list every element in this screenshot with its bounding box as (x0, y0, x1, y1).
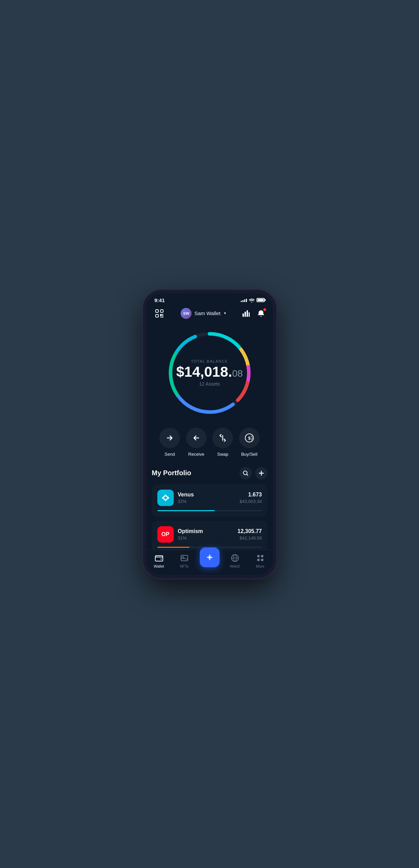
battery-fill (258, 299, 264, 301)
optimism-logo: OP (157, 526, 174, 543)
optimism-values: 12,305.77 $42,149.56 (237, 528, 262, 541)
receive-action[interactable]: Receive (186, 428, 207, 457)
nav-item-center[interactable] (199, 554, 220, 567)
balance-cents: 08 (232, 368, 243, 379)
venus-name: Venus (178, 492, 236, 498)
svg-rect-3 (243, 313, 244, 317)
buysell-action[interactable]: $ Buy/Sell (239, 428, 260, 457)
signal-bar-3 (244, 299, 245, 302)
svg-rect-1 (160, 310, 163, 312)
center-action-button[interactable] (200, 547, 220, 567)
svg-text:$: $ (248, 436, 251, 441)
nfts-nav-label: NFTs (180, 564, 189, 568)
avatar: SW (181, 308, 192, 319)
optimism-progress-fill (157, 547, 190, 548)
wifi-icon (249, 298, 254, 302)
buysell-circle[interactable]: $ (239, 428, 260, 448)
balance-label: TOTAL BALANCE (176, 359, 243, 363)
more-nav-label: More (256, 564, 264, 568)
svg-rect-2 (156, 314, 158, 317)
web3-icon (231, 554, 239, 562)
ring-chart: TOTAL BALANCE $14,018.08 12 Assets (165, 328, 254, 417)
optimism-name: Optimism (178, 528, 234, 534)
svg-rect-6 (249, 312, 250, 317)
svg-rect-5 (247, 310, 248, 317)
optimism-info: Optimism 31% (178, 528, 234, 541)
asset-row-optimism: OP Optimism 31% 12,305.77 $42,149.56 (157, 526, 262, 543)
send-circle[interactable] (159, 428, 180, 448)
phone-screen: 9:41 (146, 293, 273, 575)
receive-label: Receive (188, 452, 204, 457)
header-actions (241, 309, 266, 318)
ring-center: TOTAL BALANCE $14,018.08 12 Assets (176, 359, 243, 387)
venus-info: Venus 32% (178, 492, 236, 504)
signal-bar-4 (246, 299, 247, 302)
balance-chart-section: TOTAL BALANCE $14,018.08 12 Assets (146, 325, 273, 424)
portfolio-title: My Portfolio (152, 469, 192, 477)
signal-bar-2 (243, 300, 244, 302)
battery-icon (257, 298, 265, 302)
username: Sam Wallet (194, 310, 220, 316)
user-selector[interactable]: SW Sam Wallet ▾ (181, 308, 226, 319)
nav-item-nfts[interactable]: NFTs (174, 554, 195, 568)
signal-bar-1 (241, 301, 242, 302)
signal-bars-icon (241, 298, 247, 302)
wallet-nav-label: Wallet (154, 564, 164, 568)
notch (189, 293, 230, 305)
venus-amount: 1.673 (239, 492, 262, 498)
portfolio-section: My Portfolio (146, 467, 273, 553)
status-icons (241, 298, 265, 302)
asset-row-venus: Venus 32% 1.673 $43,003.34 (157, 490, 262, 506)
svg-rect-27 (261, 559, 263, 561)
venus-pct: 32% (178, 499, 236, 504)
wallet-icon (155, 554, 163, 562)
nav-item-web3[interactable]: Web3 (225, 554, 245, 568)
optimism-usd: $42,149.56 (237, 535, 262, 541)
balance-assets-count: 12 Assets (176, 381, 243, 387)
svg-rect-18 (155, 556, 163, 561)
svg-rect-0 (156, 310, 158, 312)
venus-progress-bar (157, 510, 262, 511)
nav-item-more[interactable]: More (250, 554, 271, 568)
chevron-down-icon: ▾ (224, 311, 226, 315)
scan-icon[interactable] (153, 307, 166, 320)
notification-bell-icon[interactable] (256, 309, 266, 318)
optimism-pct: 31% (178, 535, 234, 541)
swap-action[interactable]: Swap (212, 428, 233, 457)
portfolio-add-button[interactable] (255, 467, 267, 479)
bottom-nav: Wallet NFTs (146, 550, 273, 575)
venus-values: 1.673 $43,003.34 (239, 492, 262, 504)
svg-rect-24 (257, 555, 260, 557)
phone-frame: 9:41 (143, 290, 276, 579)
more-icon (256, 554, 265, 562)
chart-icon[interactable] (241, 309, 251, 318)
actions-section: Send Receive Swap (146, 424, 273, 467)
venus-logo (157, 490, 174, 506)
balance-amount: $14,018.08 (176, 365, 243, 379)
buysell-label: Buy/Sell (241, 452, 258, 457)
portfolio-search-button[interactable] (239, 467, 252, 479)
nfts-icon (180, 554, 189, 562)
status-time: 9:41 (155, 297, 165, 303)
asset-card-venus[interactable]: Venus 32% 1.673 $43,003.34 (152, 484, 267, 517)
venus-progress-fill (157, 510, 215, 511)
swap-label: Swap (217, 452, 228, 457)
swap-circle[interactable] (212, 428, 233, 448)
optimism-amount: 12,305.77 (237, 528, 262, 534)
portfolio-actions (239, 467, 267, 479)
svg-rect-26 (257, 559, 260, 561)
nav-item-wallet[interactable]: Wallet (149, 554, 169, 568)
portfolio-header: My Portfolio (152, 467, 267, 479)
venus-usd: $43,003.34 (239, 499, 262, 504)
svg-rect-25 (261, 555, 263, 557)
svg-point-19 (160, 558, 161, 559)
send-action[interactable]: Send (159, 428, 180, 457)
send-label: Send (165, 452, 175, 457)
receive-circle[interactable] (186, 428, 207, 448)
header: SW Sam Wallet ▾ (146, 305, 273, 325)
balance-main: $14,018. (176, 364, 232, 380)
svg-rect-4 (245, 312, 246, 317)
notification-dot (263, 308, 266, 311)
web3-nav-label: Web3 (230, 564, 240, 568)
